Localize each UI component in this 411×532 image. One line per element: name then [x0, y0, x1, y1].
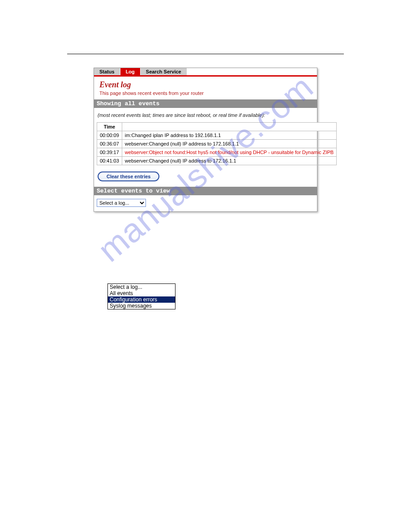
dd-option-syslog[interactable]: Syslog messages [108, 303, 175, 309]
table-row: 00:41:03webserver:Changed (null) IP addr… [97, 157, 337, 165]
table-row: 00:39:17webserver:Object not found:Host … [97, 148, 337, 157]
cell-msg: im:Changed iplan IP address to 192.168.1… [122, 131, 336, 140]
events-table: Time 00:00:09im:Changed iplan IP address… [97, 122, 337, 165]
cell-time: 00:39:17 [97, 148, 122, 157]
top-divider [67, 54, 344, 54]
clear-entries-button[interactable]: Clear these entries [98, 172, 159, 181]
dd-option-all-events[interactable]: All events [108, 290, 175, 296]
cell-time: 00:41:03 [97, 157, 122, 165]
cell-time: 00:36:07 [97, 140, 122, 148]
cell-msg: webserver:Object not found:Host hys5 not… [122, 148, 336, 157]
log-dropdown-open: Select a log... All events Configuration… [107, 283, 176, 309]
event-log-panel: Status Log Search Service Event log This… [94, 68, 317, 212]
page-title: Event log [99, 80, 312, 90]
col-msg [122, 123, 336, 131]
dd-option-config-errors[interactable]: Configuration errors [108, 296, 175, 303]
table-row: 00:00:09im:Changed iplan IP address to 1… [97, 131, 337, 140]
cell-time: 00:00:09 [97, 131, 122, 140]
log-select[interactable]: Select a log... [97, 199, 146, 207]
header-section: Event log This page shows recent events … [94, 77, 317, 99]
section-showing-all: Showing all events [94, 99, 317, 108]
cell-msg: webserver:Changed (null) IP address to 1… [122, 157, 336, 165]
section-select-events: Select events to view [94, 187, 317, 195]
tab-status[interactable]: Status [94, 68, 120, 75]
tab-search-service[interactable]: Search Service [141, 68, 187, 75]
dd-option-select[interactable]: Select a log... [108, 284, 175, 290]
col-time: Time [97, 123, 122, 131]
cell-msg: webserver:Changed (null) IP address to 1… [122, 140, 336, 148]
tab-log[interactable]: Log [120, 68, 140, 75]
page-subtitle: This page shows recent events from your … [99, 90, 312, 96]
events-hint: (most recent events last; times are sinc… [94, 108, 317, 122]
table-row: 00:36:07webserver:Changed (null) IP addr… [97, 140, 337, 148]
tab-bar: Status Log Search Service [94, 68, 317, 77]
